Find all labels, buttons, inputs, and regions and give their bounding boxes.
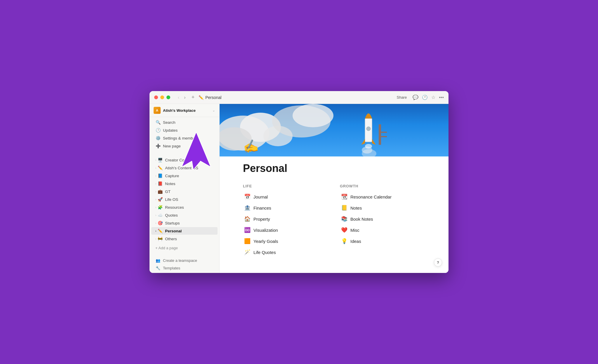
life-section-heading: LIFE	[243, 184, 328, 188]
sidebar-item-gt[interactable]: › 💼 GT	[151, 188, 218, 195]
chevron-icon: ›	[155, 190, 156, 193]
updates-icon: 🕐	[155, 128, 161, 133]
settings-label: Settings & members	[163, 136, 213, 140]
chevron-icon: ›	[155, 206, 156, 209]
journal-icon: 📅	[244, 194, 251, 200]
growth-section-heading: GROWTH	[340, 184, 425, 188]
finances-icon: 🏦	[244, 205, 251, 211]
growth-notes-label: Notes	[350, 205, 362, 210]
capture-label: Capture	[165, 174, 213, 178]
sidebar-item-newpage[interactable]: ➕ New page	[151, 142, 218, 150]
growth-section: GROWTH 📆 Resonance Calendar 📒 Notes	[340, 184, 425, 256]
book-notes-item[interactable]: 📚 Book Notes	[340, 215, 425, 223]
startups-icon: 🎯	[157, 221, 163, 225]
creator-icon: 🖥️	[157, 158, 163, 162]
teamspace-icon: 👥	[155, 258, 161, 263]
sidebar-item-search[interactable]: 🔍 Search	[151, 119, 218, 126]
resources-label: Resources	[165, 205, 213, 210]
sidebar-item-settings[interactable]: ⚙️ Settings & members	[151, 134, 218, 142]
sidebar-item-capture[interactable]: › 📘 Capture	[151, 172, 218, 180]
finances-item[interactable]: 🏦 Finances	[243, 204, 328, 212]
maximize-button[interactable]	[166, 95, 170, 99]
minimize-button[interactable]	[160, 95, 164, 99]
sidebar-item-quotes[interactable]: › ☁️ Quotes	[151, 211, 218, 219]
personal-label: Personal	[165, 229, 213, 233]
new-tab-button[interactable]: +	[190, 93, 197, 102]
misc-icon: ❤️	[341, 227, 347, 233]
visualization-item[interactable]: ♾️ Visualization	[243, 226, 328, 234]
yearly-goals-item[interactable]: 🟧 Yearly Goals	[243, 237, 328, 245]
capture-icon: 📘	[157, 173, 163, 178]
property-item[interactable]: 🏠 Property	[243, 215, 328, 223]
clock-icon[interactable]: 🕐	[422, 95, 428, 100]
others-icon: 🚧	[157, 236, 163, 241]
sidebar-item-templates[interactable]: 🔧 Templates	[151, 264, 218, 272]
sidebar-item-others[interactable]: › 🚧 Others	[151, 235, 218, 243]
quotes-icon: ☁️	[157, 213, 163, 217]
life-quotes-icon: 🪄	[244, 249, 251, 255]
sidebar-item-content-os[interactable]: › ✏️ Atish's Content OS	[151, 164, 218, 172]
titlebar: ‹ › + ✏️ Personal Share 💬 🕐 ☆ •••	[150, 91, 448, 104]
misc-item[interactable]: ❤️ Misc	[340, 226, 425, 234]
star-icon[interactable]: ☆	[431, 95, 435, 100]
comment-icon[interactable]: 💬	[413, 95, 418, 100]
close-button[interactable]	[154, 95, 158, 99]
sidebar-item-creator-comm[interactable]: › 🖥️ Creator Comm...Center	[151, 156, 218, 164]
sidebar-item-addpage[interactable]: + Add a page	[151, 244, 218, 252]
page-heading: Personal	[243, 162, 425, 175]
templates-label: Templates	[163, 266, 213, 270]
chevron-icon: ›	[155, 159, 156, 162]
workspace-chevron-icon: ⌄	[212, 108, 215, 112]
chevron-icon: ›	[155, 222, 156, 225]
sidebar-item-startups[interactable]: › 🎯 Startups	[151, 219, 218, 227]
quotes-label: Quotes	[165, 213, 213, 217]
svg-point-8	[366, 127, 371, 131]
yearly-goals-icon: 🟧	[244, 238, 251, 244]
sections-grid: LIFE 📅 Journal 🏦 Finances	[243, 184, 425, 256]
main-layout: A Atish's Workplace ⌄ 🔍 Search 🕐 Updates	[150, 104, 448, 273]
workspace-avatar: A	[154, 107, 161, 114]
finances-label: Finances	[253, 205, 271, 210]
share-button[interactable]: Share	[394, 94, 409, 101]
life-quotes-label: Life Quotes	[253, 250, 276, 255]
sidebar-pages-section: › 🖥️ Creator Comm...Center › ✏️ Atish's …	[150, 155, 219, 244]
resonance-calendar-item[interactable]: 📆 Resonance Calendar	[340, 193, 425, 201]
sidebar-item-import[interactable]: ⬇️ Import	[151, 272, 218, 273]
sidebar-item-updates[interactable]: 🕐 Updates	[151, 126, 218, 134]
svg-rect-12	[379, 124, 381, 145]
back-button[interactable]: ‹	[176, 94, 181, 101]
resonance-icon: 📆	[341, 194, 347, 200]
chevron-icon: ›	[155, 229, 156, 233]
nav-buttons: ‹ ›	[176, 94, 187, 101]
traffic-lights	[154, 95, 170, 99]
sidebar-item-notes[interactable]: › 📕 Notes	[151, 180, 218, 187]
sidebar-item-resources[interactable]: › 🧩 Resources	[151, 203, 218, 211]
more-icon[interactable]: •••	[439, 95, 444, 100]
help-button[interactable]: ?	[434, 258, 442, 267]
workspace-selector[interactable]: A Atish's Workplace ⌄	[150, 104, 219, 117]
notes-icon: 📕	[157, 181, 163, 186]
templates-icon: 🔧	[155, 266, 161, 270]
page-name: Personal	[205, 95, 221, 100]
misc-label: Misc	[350, 228, 359, 233]
growth-section-items: 📆 Resonance Calendar 📒 Notes 📚 Book Not	[340, 193, 425, 245]
sidebar-top-section: 🔍 Search 🕐 Updates ⚙️ Settings & members…	[150, 117, 219, 151]
notes-item[interactable]: 📒 Notes	[340, 204, 425, 212]
resonance-label: Resonance Calendar	[350, 194, 392, 199]
chevron-icon: ›	[155, 214, 156, 217]
sidebar-item-personal[interactable]: › ✏️ Personal	[151, 227, 218, 235]
workspace-name: Atish's Workplace	[163, 108, 212, 113]
addpage-label: + Add a page	[155, 246, 178, 250]
visualization-icon: ♾️	[244, 227, 251, 233]
forward-button[interactable]: ›	[182, 94, 187, 101]
property-label: Property	[253, 217, 270, 222]
sidebar-item-teamspace[interactable]: 👥 Create a teamspace	[151, 257, 218, 264]
ideas-item[interactable]: 💡 Ideas	[340, 237, 425, 245]
chevron-icon: ›	[155, 174, 156, 177]
life-quotes-item[interactable]: 🪄 Life Quotes	[243, 248, 328, 256]
sidebar-item-lifeos[interactable]: › 🚀 Life OS	[151, 196, 218, 203]
life-section-items: 📅 Journal 🏦 Finances 🏠 Property	[243, 193, 328, 256]
page-content-area: ✍️ Personal LIFE 📅 Journal	[220, 104, 448, 273]
sidebar-bottom-section: 👥 Create a teamspace 🔧 Templates ⬇️ Impo…	[150, 255, 219, 273]
journal-item[interactable]: 📅 Journal	[243, 193, 328, 201]
